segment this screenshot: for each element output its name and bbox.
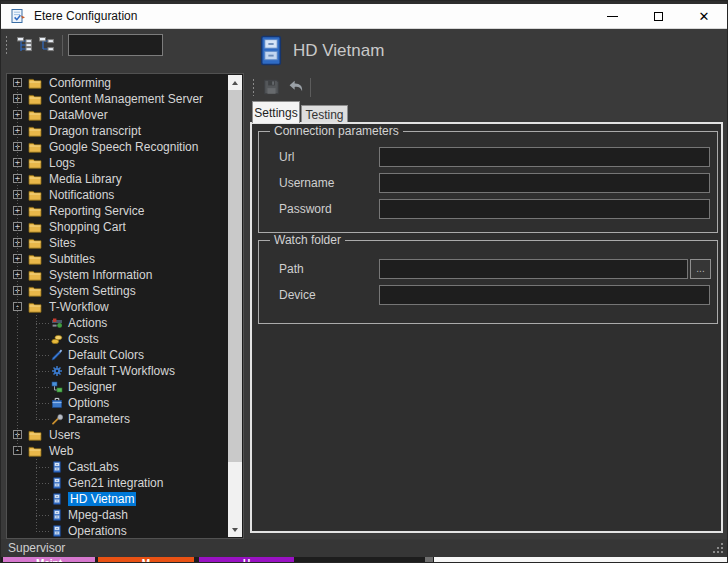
tree-item-label: Shopping Cart (49, 220, 126, 234)
folder-icon (28, 125, 42, 137)
gear-icon (51, 365, 63, 377)
undo-icon[interactable] (286, 78, 305, 96)
field-label-username: Username (279, 173, 334, 193)
tree-item-label: Dragon transcript (49, 124, 141, 138)
tree-item-castlabs[interactable]: CastLabs (7, 459, 228, 475)
tree-item-label: Conforming (49, 76, 111, 90)
tree-item-system-information[interactable]: +System Information (7, 267, 228, 283)
folder-icon (28, 173, 42, 185)
tree-item-label: Parameters (68, 412, 130, 426)
scroll-up-button[interactable] (228, 75, 242, 90)
tree-item-media-library[interactable]: +Media Library (7, 171, 228, 187)
username-field[interactable] (379, 173, 710, 193)
tree-item-label: Default Colors (68, 348, 144, 362)
bottom-segment: Maint (3, 557, 95, 563)
minimize-icon (607, 16, 618, 17)
statusbar-user: Supervisor (8, 541, 65, 555)
main-toolbar-grip[interactable] (252, 78, 255, 96)
field-label-path: Path (279, 259, 304, 279)
tree-item-label: HD Vietnam (68, 492, 136, 506)
cabinet-icon (51, 493, 63, 505)
tree-item-operations[interactable]: Operations (7, 523, 228, 538)
group-connection-parameters: Connection parametersUrlUsernamePassword (258, 131, 718, 233)
tree-item-label: Web (49, 444, 73, 458)
cabinet-icon (51, 525, 63, 537)
device-field[interactable] (379, 285, 710, 305)
tree-rows: +Conforming+Content Management Server+Da… (7, 75, 228, 538)
bottom-segment-label: U (199, 558, 294, 563)
minimize-button[interactable] (589, 4, 635, 28)
tree-item-parameters[interactable]: Parameters (7, 411, 228, 427)
save-icon[interactable] (262, 78, 281, 96)
collapse-all-tree-icon[interactable] (37, 35, 57, 55)
scrollbar-thumb[interactable] (228, 90, 242, 462)
close-button[interactable]: ✕ (681, 4, 727, 28)
folder-icon (28, 445, 42, 457)
folder-icon (28, 253, 42, 265)
browse-button[interactable]: ... (690, 259, 711, 279)
expand-all-tree-icon[interactable] (15, 35, 35, 55)
tree-item-options[interactable]: Options (7, 395, 228, 411)
colors-icon (51, 349, 63, 361)
tab-label: Testing (305, 108, 343, 122)
folder-icon (28, 109, 42, 121)
tree-item-actions[interactable]: Actions (7, 315, 228, 331)
tree-item-label: System Settings (49, 284, 136, 298)
tree-item-conforming[interactable]: +Conforming (7, 75, 228, 91)
tree-item-label: Gen21 integration (68, 476, 163, 490)
tree-item-shopping-cart[interactable]: +Shopping Cart (7, 219, 228, 235)
tree-scrollbar[interactable] (228, 75, 242, 537)
folder-icon (28, 205, 42, 217)
tree-item-label: Operations (68, 524, 127, 538)
maximize-button[interactable] (635, 4, 681, 28)
app-window: Etere Configuration ✕ HD Vietnam +Confor… (0, 0, 728, 563)
tree-item-mpeg-dash[interactable]: Mpeg-dash (7, 507, 228, 523)
wrench-icon (51, 413, 63, 425)
folder-icon (28, 221, 42, 233)
options-icon (51, 397, 63, 409)
tree-item-default-t-workflows[interactable]: Default T-Workflows (7, 363, 228, 379)
tree-item-dragon-transcript[interactable]: +Dragon transcript (7, 123, 228, 139)
tree-item-gen21-integration[interactable]: Gen21 integration (7, 475, 228, 491)
tree-item-users[interactable]: +Users (7, 427, 228, 443)
tree-item-label: Logs (49, 156, 75, 170)
tree-item-system-settings[interactable]: +System Settings (7, 283, 228, 299)
tree-item-label: Actions (68, 316, 107, 330)
tab-testing[interactable]: Testing (301, 105, 348, 123)
tree-item-default-colors[interactable]: Default Colors (7, 347, 228, 363)
titlebar: Etere Configuration ✕ (1, 4, 727, 29)
password-field[interactable] (379, 199, 710, 219)
tree-item-label: Designer (68, 380, 116, 394)
tree-item-label: Users (49, 428, 80, 442)
resize-grip-icon[interactable] (712, 542, 725, 555)
toolbar-grip[interactable] (5, 35, 8, 56)
tree-item-t-workflow[interactable]: -T-Workflow (7, 299, 228, 315)
folder-icon (28, 157, 42, 169)
tree-item-logs[interactable]: +Logs (7, 155, 228, 171)
bottom-gray-block (425, 557, 433, 563)
tree-item-hd-vietnam[interactable]: HD Vietnam (7, 491, 228, 507)
tree-item-label: Notifications (49, 188, 114, 202)
tree-item-web[interactable]: -Web (7, 443, 228, 459)
tree-item-reporting-service[interactable]: +Reporting Service (7, 203, 228, 219)
tree-item-notifications[interactable]: +Notifications (7, 187, 228, 203)
tree-item-costs[interactable]: Costs (7, 331, 228, 347)
tree-item-label: Mpeg-dash (68, 508, 128, 522)
tree-item-google-speech-recognition[interactable]: +Google Speech Recognition (7, 139, 228, 155)
tree-guide-root (17, 83, 18, 451)
tab-settings[interactable]: Settings (252, 101, 300, 123)
tree-filter-input[interactable] (68, 34, 163, 56)
tree-item-label: Default T-Workflows (68, 364, 175, 378)
tree-item-sites[interactable]: +Sites (7, 235, 228, 251)
folder-icon (28, 285, 42, 297)
field-label-device: Device (279, 285, 316, 305)
url-field[interactable] (379, 147, 710, 167)
tree-item-content-management-server[interactable]: +Content Management Server (7, 91, 228, 107)
tree-item-subtitles[interactable]: +Subtitles (7, 251, 228, 267)
tree-item-datamover[interactable]: +DataMover (7, 107, 228, 123)
tree-item-designer[interactable]: Designer (7, 379, 228, 395)
group-watch-folder: Watch folderPath...Device (258, 240, 718, 324)
tree-guide-web (36, 459, 37, 531)
scroll-down-button[interactable] (228, 522, 242, 537)
path-field[interactable] (379, 259, 688, 279)
